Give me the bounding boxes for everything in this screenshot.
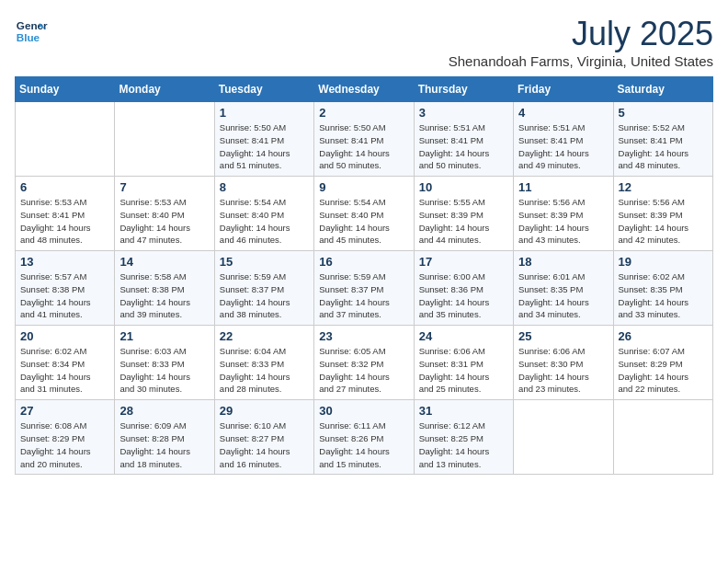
logo-icon: General Blue [15, 15, 48, 48]
day-number: 4 [518, 106, 608, 120]
day-info: Sunrise: 5:51 AM Sunset: 8:41 PM Dayligh… [419, 121, 508, 172]
day-number: 28 [119, 404, 209, 418]
logo: General Blue [15, 15, 48, 48]
day-info: Sunrise: 5:53 AM Sunset: 8:41 PM Dayligh… [20, 196, 109, 247]
calendar-cell: 25Sunrise: 6:06 AM Sunset: 8:30 PM Dayli… [514, 326, 613, 400]
calendar-cell [115, 102, 214, 177]
day-info: Sunrise: 5:51 AM Sunset: 8:41 PM Dayligh… [518, 121, 608, 172]
day-info: Sunrise: 6:04 AM Sunset: 8:33 PM Dayligh… [220, 345, 309, 396]
title-block: July 2025 Shenandoah Farms, Virginia, Un… [449, 15, 713, 69]
calendar-cell: 5Sunrise: 5:52 AM Sunset: 8:41 PM Daylig… [613, 102, 712, 177]
page-header: General Blue July 2025 Shenandoah Farms,… [15, 15, 713, 69]
day-number: 23 [319, 329, 408, 343]
calendar-cell: 26Sunrise: 6:07 AM Sunset: 8:29 PM Dayli… [613, 326, 712, 400]
calendar-cell: 21Sunrise: 6:03 AM Sunset: 8:33 PM Dayli… [115, 326, 214, 400]
day-number: 5 [619, 106, 708, 120]
calendar-cell: 3Sunrise: 5:51 AM Sunset: 8:41 PM Daylig… [414, 102, 513, 177]
day-info: Sunrise: 6:01 AM Sunset: 8:35 PM Dayligh… [518, 270, 608, 321]
day-number: 30 [319, 404, 408, 418]
day-number: 18 [518, 255, 608, 269]
week-row-3: 13Sunrise: 5:57 AM Sunset: 8:38 PM Dayli… [16, 251, 713, 326]
svg-text:Blue: Blue [17, 31, 40, 43]
header-row: SundayMondayTuesdayWednesdayThursdayFrid… [16, 77, 713, 102]
day-info: Sunrise: 6:06 AM Sunset: 8:30 PM Dayligh… [518, 345, 608, 396]
calendar-cell: 13Sunrise: 5:57 AM Sunset: 8:38 PM Dayli… [16, 251, 115, 326]
calendar-cell: 22Sunrise: 6:04 AM Sunset: 8:33 PM Dayli… [214, 326, 313, 400]
day-info: Sunrise: 5:50 AM Sunset: 8:41 PM Dayligh… [220, 121, 309, 172]
day-info: Sunrise: 5:58 AM Sunset: 8:38 PM Dayligh… [119, 270, 209, 321]
calendar-cell: 15Sunrise: 5:59 AM Sunset: 8:37 PM Dayli… [214, 251, 313, 326]
calendar-cell: 10Sunrise: 5:55 AM Sunset: 8:39 PM Dayli… [414, 177, 513, 251]
day-number: 9 [319, 180, 408, 194]
calendar-cell: 28Sunrise: 6:09 AM Sunset: 8:28 PM Dayli… [115, 400, 214, 475]
calendar-cell: 20Sunrise: 6:02 AM Sunset: 8:34 PM Dayli… [16, 326, 115, 400]
column-header-tuesday: Tuesday [214, 77, 313, 102]
day-number: 16 [319, 255, 408, 269]
calendar-cell: 27Sunrise: 6:08 AM Sunset: 8:29 PM Dayli… [16, 400, 115, 475]
day-info: Sunrise: 6:11 AM Sunset: 8:26 PM Dayligh… [319, 419, 408, 470]
day-number: 2 [319, 106, 408, 120]
calendar-cell: 8Sunrise: 5:54 AM Sunset: 8:40 PM Daylig… [214, 177, 313, 251]
column-header-sunday: Sunday [16, 77, 115, 102]
calendar-cell: 17Sunrise: 6:00 AM Sunset: 8:36 PM Dayli… [414, 251, 513, 326]
day-number: 31 [419, 404, 508, 418]
day-info: Sunrise: 5:56 AM Sunset: 8:39 PM Dayligh… [619, 196, 708, 247]
calendar-cell: 7Sunrise: 5:53 AM Sunset: 8:40 PM Daylig… [115, 177, 214, 251]
calendar-cell: 18Sunrise: 6:01 AM Sunset: 8:35 PM Dayli… [514, 251, 613, 326]
day-number: 14 [119, 255, 209, 269]
calendar-cell: 11Sunrise: 5:56 AM Sunset: 8:39 PM Dayli… [514, 177, 613, 251]
day-info: Sunrise: 5:52 AM Sunset: 8:41 PM Dayligh… [619, 121, 708, 172]
day-info: Sunrise: 6:08 AM Sunset: 8:29 PM Dayligh… [20, 419, 109, 470]
calendar-cell: 19Sunrise: 6:02 AM Sunset: 8:35 PM Dayli… [613, 251, 712, 326]
column-header-friday: Friday [514, 77, 613, 102]
calendar-cell: 9Sunrise: 5:54 AM Sunset: 8:40 PM Daylig… [314, 177, 414, 251]
day-number: 7 [119, 180, 209, 194]
day-number: 1 [220, 106, 309, 120]
calendar-cell: 12Sunrise: 5:56 AM Sunset: 8:39 PM Dayli… [613, 177, 712, 251]
day-info: Sunrise: 5:57 AM Sunset: 8:38 PM Dayligh… [20, 270, 109, 321]
week-row-2: 6Sunrise: 5:53 AM Sunset: 8:41 PM Daylig… [16, 177, 713, 251]
calendar-cell: 30Sunrise: 6:11 AM Sunset: 8:26 PM Dayli… [314, 400, 414, 475]
day-number: 17 [419, 255, 508, 269]
day-number: 15 [220, 255, 309, 269]
month-year-title: July 2025 [449, 15, 713, 53]
week-row-1: 1Sunrise: 5:50 AM Sunset: 8:41 PM Daylig… [16, 102, 713, 177]
calendar-table: SundayMondayTuesdayWednesdayThursdayFrid… [15, 76, 713, 475]
day-number: 19 [619, 255, 708, 269]
calendar-cell: 2Sunrise: 5:50 AM Sunset: 8:41 PM Daylig… [314, 102, 414, 177]
day-info: Sunrise: 5:59 AM Sunset: 8:37 PM Dayligh… [220, 270, 309, 321]
calendar-cell [16, 102, 115, 177]
day-info: Sunrise: 5:54 AM Sunset: 8:40 PM Dayligh… [220, 196, 309, 247]
week-row-5: 27Sunrise: 6:08 AM Sunset: 8:29 PM Dayli… [16, 400, 713, 475]
day-number: 11 [518, 180, 608, 194]
day-info: Sunrise: 5:53 AM Sunset: 8:40 PM Dayligh… [119, 196, 209, 247]
day-number: 3 [419, 106, 508, 120]
day-number: 22 [220, 329, 309, 343]
day-number: 26 [619, 329, 708, 343]
calendar-body: 1Sunrise: 5:50 AM Sunset: 8:41 PM Daylig… [16, 102, 713, 475]
day-info: Sunrise: 6:12 AM Sunset: 8:25 PM Dayligh… [419, 419, 508, 470]
day-info: Sunrise: 5:50 AM Sunset: 8:41 PM Dayligh… [319, 121, 408, 172]
day-info: Sunrise: 5:55 AM Sunset: 8:39 PM Dayligh… [419, 196, 508, 247]
calendar-cell [613, 400, 712, 475]
calendar-cell: 16Sunrise: 5:59 AM Sunset: 8:37 PM Dayli… [314, 251, 414, 326]
day-info: Sunrise: 6:07 AM Sunset: 8:29 PM Dayligh… [619, 345, 708, 396]
day-number: 8 [220, 180, 309, 194]
day-info: Sunrise: 6:03 AM Sunset: 8:33 PM Dayligh… [119, 345, 209, 396]
column-header-monday: Monday [115, 77, 214, 102]
day-info: Sunrise: 6:05 AM Sunset: 8:32 PM Dayligh… [319, 345, 408, 396]
day-number: 20 [20, 329, 109, 343]
column-header-saturday: Saturday [613, 77, 712, 102]
calendar-cell: 4Sunrise: 5:51 AM Sunset: 8:41 PM Daylig… [514, 102, 613, 177]
calendar-header: SundayMondayTuesdayWednesdayThursdayFrid… [16, 77, 713, 102]
day-number: 21 [119, 329, 209, 343]
day-number: 13 [20, 255, 109, 269]
svg-text:General: General [17, 19, 48, 31]
calendar-cell: 31Sunrise: 6:12 AM Sunset: 8:25 PM Dayli… [414, 400, 513, 475]
day-info: Sunrise: 6:09 AM Sunset: 8:28 PM Dayligh… [119, 419, 209, 470]
day-info: Sunrise: 6:10 AM Sunset: 8:27 PM Dayligh… [220, 419, 309, 470]
day-info: Sunrise: 6:02 AM Sunset: 8:34 PM Dayligh… [20, 345, 109, 396]
calendar-cell: 6Sunrise: 5:53 AM Sunset: 8:41 PM Daylig… [16, 177, 115, 251]
calendar-cell: 14Sunrise: 5:58 AM Sunset: 8:38 PM Dayli… [115, 251, 214, 326]
day-number: 29 [220, 404, 309, 418]
